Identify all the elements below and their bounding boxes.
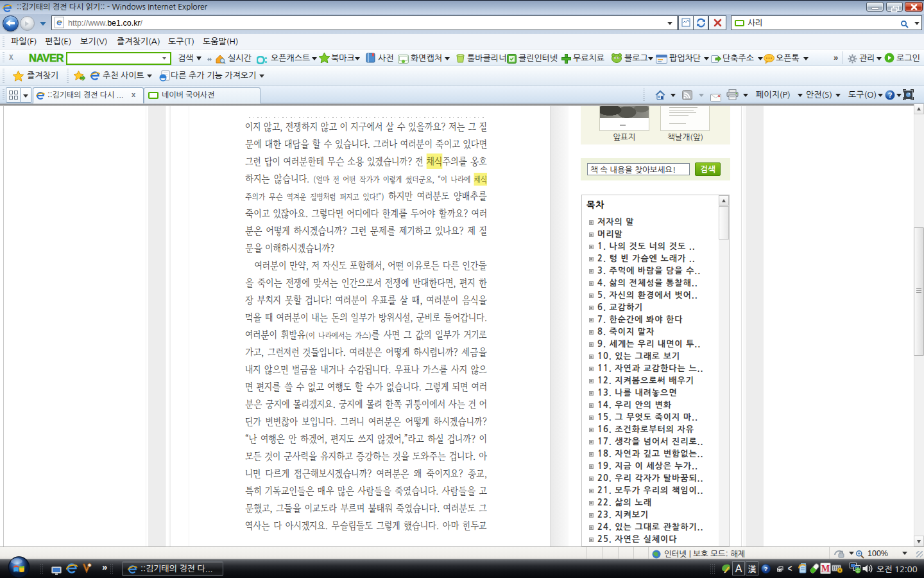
svg-text:?: ?	[764, 565, 767, 572]
svg-text:?: ?	[888, 91, 893, 99]
